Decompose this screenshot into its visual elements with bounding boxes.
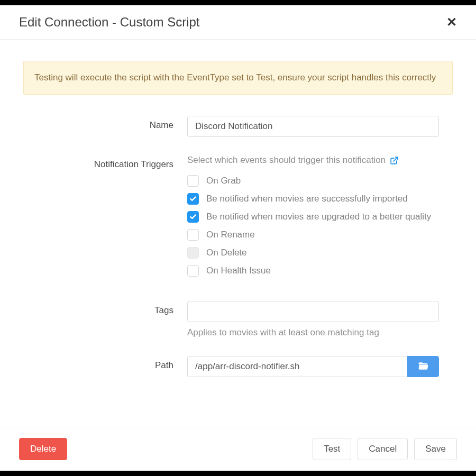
external-link-icon[interactable] (390, 156, 399, 165)
tags-input[interactable] (187, 301, 439, 322)
trigger-checkbox[interactable] (187, 211, 199, 223)
tags-help-text: Applies to movies with at least one matc… (187, 327, 439, 338)
path-input[interactable] (187, 356, 407, 377)
trigger-checkbox[interactable] (187, 193, 199, 205)
svg-line-0 (393, 157, 398, 161)
trigger-row: Be notified when movies are successfully… (187, 193, 439, 205)
save-button[interactable]: Save (414, 438, 457, 460)
triggers-help-text: Select which events should trigger this … (187, 155, 386, 166)
trigger-label: On Grab (206, 176, 241, 186)
trigger-checkbox[interactable] (187, 265, 199, 277)
close-button[interactable]: ✕ (446, 16, 457, 29)
field-name-row: Name (23, 116, 453, 137)
trigger-row: On Grab (187, 175, 439, 187)
trigger-label: On Delete (206, 248, 247, 258)
edit-connection-modal: Edit Connection - Custom Script ✕ Testin… (0, 5, 476, 471)
trigger-row: On Health Issue (187, 265, 439, 277)
trigger-label: On Health Issue (206, 266, 271, 276)
trigger-list: On GrabBe notified when movies are succe… (187, 175, 439, 277)
modal-header: Edit Connection - Custom Script ✕ (0, 5, 476, 40)
trigger-checkbox[interactable] (187, 175, 199, 187)
modal-footer: Delete Test Cancel Save (0, 427, 476, 471)
trigger-checkbox (187, 247, 199, 259)
alert-banner: Testing will execute the script with the… (23, 61, 453, 95)
delete-button[interactable]: Delete (19, 438, 67, 460)
trigger-row: On Delete (187, 247, 439, 259)
field-path-row: Path (23, 356, 453, 377)
modal-title: Edit Connection - Custom Script (19, 15, 199, 30)
field-triggers-row: Notification Triggers Select which event… (23, 155, 453, 283)
triggers-help-row: Select which events should trigger this … (187, 155, 439, 166)
test-button[interactable]: Test (313, 438, 351, 460)
close-icon: ✕ (446, 15, 457, 29)
trigger-label: Be notified when movies are upgraded to … (206, 212, 431, 222)
triggers-label: Notification Triggers (23, 155, 187, 170)
trigger-label: On Rename (206, 230, 255, 240)
name-label: Name (23, 116, 187, 131)
trigger-label: Be notified when movies are successfully… (206, 194, 408, 204)
folder-open-icon (418, 361, 428, 373)
field-tags-row: Tags Applies to movies with at least one… (23, 301, 453, 338)
name-input[interactable] (187, 116, 439, 137)
modal-body: Testing will execute the script with the… (0, 40, 476, 427)
browse-button[interactable] (407, 356, 439, 377)
path-input-group (187, 356, 439, 377)
trigger-row: Be notified when movies are upgraded to … (187, 211, 439, 223)
trigger-checkbox[interactable] (187, 229, 199, 241)
cancel-button[interactable]: Cancel (358, 438, 408, 460)
tags-label: Tags (23, 301, 187, 316)
path-label: Path (23, 356, 187, 371)
trigger-row: On Rename (187, 229, 439, 241)
